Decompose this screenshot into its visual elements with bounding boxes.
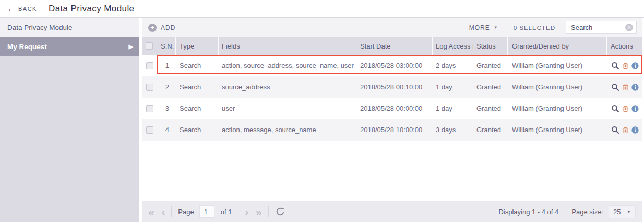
toolbar-right: MORE ▼ 0 SELECTED ✕ [469, 21, 637, 34]
caret-down-icon: ▼ [627, 209, 631, 214]
sidebar-item-label: My Request [7, 43, 47, 51]
cell-log-access-duration: 1 day [433, 104, 473, 112]
page-size-value: 25 [613, 208, 621, 216]
sidebar-item-data-privacy-module[interactable]: Data Privacy Module [0, 18, 139, 37]
cell-sn: 2 [157, 83, 176, 91]
cell-log-access-duration: 3 days [433, 126, 473, 134]
column-header-log-access-duration[interactable]: Log Access D [433, 37, 473, 55]
table-row[interactable]: 3 Search user 2018/05/28 00:00:00 1 day … [142, 98, 642, 119]
info-circle-icon[interactable] [631, 62, 639, 70]
more-label: MORE [469, 24, 490, 31]
divider [171, 206, 172, 217]
row-checkbox[interactable] [146, 126, 153, 134]
page-title: Data Privacy Module [49, 4, 134, 14]
cell-sn: 3 [157, 104, 176, 112]
double-chevron-right-icon[interactable]: » [256, 206, 262, 217]
page-label: Page [178, 208, 194, 216]
sidebar: Data Privacy Module My Request ▶ [0, 18, 142, 222]
cell-type: Search [176, 83, 219, 91]
cell-granted-by: William (Granting User) [508, 104, 607, 112]
main-panel: + ADD MORE ▼ 0 SELECTED ✕ [142, 18, 644, 222]
double-chevron-left-icon[interactable]: « [148, 206, 154, 217]
refresh-icon[interactable] [275, 206, 285, 217]
arrow-left-icon: ← [7, 5, 15, 13]
cell-start-date: 2018/05/28 03:00:00 [356, 62, 433, 69]
page-of-label: of 1 [221, 208, 232, 216]
chevron-right-icon[interactable]: › [245, 206, 248, 217]
cell-fields: source_address [219, 83, 356, 91]
cell-fields: user [219, 104, 356, 112]
cell-fields: action, source_address, source_name, use… [219, 62, 356, 69]
cell-status: Granted [473, 126, 508, 134]
table-empty-area [142, 141, 642, 201]
column-header-status[interactable]: Status [473, 37, 508, 55]
column-header-granted-denied-by[interactable]: Granted/Denied by [508, 37, 607, 55]
search-box: ✕ [566, 21, 637, 34]
search-input[interactable] [571, 24, 625, 31]
chevron-right-icon: ▶ [129, 43, 133, 50]
page-size-select[interactable]: 25 ▼ [609, 205, 636, 218]
more-button[interactable]: MORE ▼ [469, 24, 498, 31]
footer-right: Displaying 1 - 4 of 4 Page size: 25 ▼ [498, 205, 636, 218]
info-circle-icon[interactable] [631, 126, 639, 134]
trash-icon[interactable] [622, 104, 629, 113]
cell-type: Search [176, 104, 219, 112]
sidebar-item-my-request[interactable]: My Request ▶ [0, 37, 139, 56]
page-size-label: Page size: [571, 208, 603, 216]
info-circle-icon[interactable] [631, 104, 639, 113]
cell-type: Search [176, 62, 219, 69]
table-header: S.N. Type Fields Start Date Log Access D… [142, 37, 642, 55]
cell-sn: 1 [157, 62, 176, 69]
magnifier-icon[interactable] [611, 125, 620, 135]
trash-icon[interactable] [622, 83, 629, 91]
clear-circle-icon[interactable]: ✕ [625, 24, 633, 31]
cell-granted-by: William (Granting User) [508, 83, 607, 91]
table-row[interactable]: 2 Search source_address 2018/05/28 00:10… [142, 76, 642, 98]
magnifier-icon[interactable] [611, 104, 620, 113]
data-privacy-module-screen: ← BACK Data Privacy Module Data Privacy … [0, 0, 644, 222]
caret-down-icon: ▼ [494, 25, 498, 30]
selected-count-label: 0 SELECTED [514, 25, 555, 31]
trash-icon[interactable] [622, 126, 629, 134]
topbar: ← BACK Data Privacy Module [0, 0, 644, 18]
row-checkbox[interactable] [146, 105, 153, 112]
pager: « ‹ Page of 1 › » [148, 205, 285, 218]
cell-sn: 4 [157, 126, 176, 134]
select-all-checkbox[interactable] [146, 42, 153, 50]
row-checkbox[interactable] [146, 84, 153, 91]
cell-status: Granted [473, 62, 508, 69]
magnifier-icon[interactable] [611, 83, 620, 92]
add-button[interactable]: + ADD [148, 24, 175, 32]
info-circle-icon[interactable] [631, 83, 639, 91]
toolbar: + ADD MORE ▼ 0 SELECTED ✕ [142, 18, 642, 37]
table-row[interactable]: 4 Search action, message, source_name 20… [142, 119, 642, 141]
page-number-input[interactable] [199, 205, 214, 218]
trash-icon[interactable] [622, 62, 629, 70]
magnifier-icon[interactable] [611, 61, 620, 71]
back-label: BACK [18, 6, 37, 12]
divider [238, 206, 238, 217]
column-header-fields[interactable]: Fields [219, 37, 356, 55]
add-label: ADD [161, 24, 175, 31]
cell-type: Search [176, 126, 219, 134]
column-header-type[interactable]: Type [176, 37, 219, 55]
cell-fields: action, message, source_name [219, 126, 356, 134]
back-button[interactable]: ← BACK [7, 5, 37, 13]
content: Data Privacy Module My Request ▶ + ADD M… [0, 18, 644, 222]
chevron-left-icon[interactable]: ‹ [162, 206, 165, 217]
cell-log-access-duration: 2 days [433, 62, 473, 69]
pagination-bar: « ‹ Page of 1 › » Displaying 1 - 4 of 4 [142, 201, 642, 222]
column-header-sn[interactable]: S.N. [157, 37, 176, 55]
column-header-actions: Actions [607, 37, 642, 55]
divider [565, 206, 565, 217]
cell-status: Granted [473, 83, 508, 91]
cell-granted-by: William (Granting User) [508, 126, 607, 134]
row-checkbox[interactable] [146, 62, 153, 69]
column-header-start-date[interactable]: Start Date [356, 37, 433, 55]
divider [268, 206, 269, 217]
cell-start-date: 2018/05/28 00:00:00 [356, 104, 433, 112]
cell-start-date: 2018/05/28 00:10:00 [356, 83, 433, 91]
sidebar-item-label: Data Privacy Module [7, 24, 73, 31]
table-row[interactable]: 1 Search action, source_address, source_… [142, 55, 642, 76]
cell-log-access-duration: 1 day [433, 83, 473, 91]
